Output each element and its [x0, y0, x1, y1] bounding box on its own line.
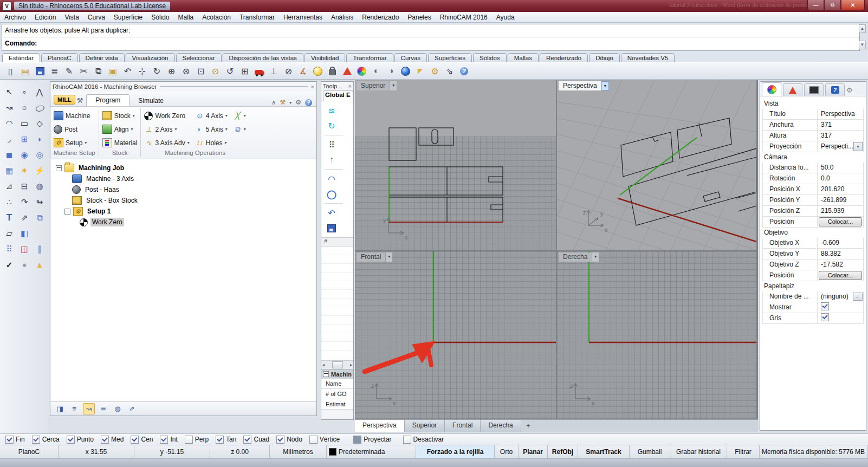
viewport-frontal[interactable]: z x Frontal▾ — [355, 251, 556, 420]
world-simulation-icon[interactable]: ◍ — [112, 404, 123, 414]
circle-tool-icon[interactable]: ◯ — [325, 187, 339, 201]
command-scrollbar[interactable]: ▲ ▼ — [859, 24, 866, 49]
layers-up-icon[interactable]: ↑ — [325, 153, 339, 167]
rectangle-icon[interactable]: ▭ — [17, 115, 32, 131]
explode-icon[interactable]: ✶ — [17, 163, 32, 178]
tab-dibujo[interactable]: Dibujo — [589, 53, 620, 62]
save-icon[interactable] — [33, 64, 47, 77]
blend-curve-icon[interactable]: ↷ — [17, 194, 32, 210]
menu-paneles[interactable]: Paneles — [403, 14, 435, 21]
plane-icon[interactable]: ▱ — [2, 225, 17, 241]
menu-analisis[interactable]: Análisis — [327, 14, 358, 21]
curve-icon[interactable]: ↝ — [2, 100, 17, 115]
circle-icon[interactable]: ○ — [17, 100, 32, 115]
tab-simulate[interactable]: Simulate — [129, 95, 172, 106]
array-icon[interactable]: ⠿ — [2, 241, 17, 257]
altura-value[interactable]: 317 — [818, 131, 863, 141]
zoom-window-icon[interactable]: ⊡ — [193, 64, 208, 77]
zoom-dynamic-icon[interactable]: ⊛ — [179, 64, 193, 77]
anchura-value[interactable]: 371 — [818, 120, 863, 130]
axis-display-icon[interactable]: ⇗ — [126, 404, 137, 414]
osnap-cerca[interactable]: Cerca — [32, 436, 60, 444]
display-tab[interactable] — [783, 83, 802, 96]
vptab-derecha[interactable]: Derecha — [481, 420, 521, 432]
zoom-selected-icon[interactable]: ⊙ — [208, 64, 223, 77]
select-icon[interactable]: ↖ — [2, 84, 17, 100]
properties-tab[interactable] — [762, 82, 781, 96]
align-button[interactable]: Align▾ — [102, 125, 138, 134]
tab-solidos[interactable]: Sólidos — [473, 53, 507, 62]
flag-icon[interactable]: ◤ — [413, 64, 427, 77]
collapse-box-icon[interactable] — [323, 371, 329, 377]
viewport-menu-icon[interactable]: ▾ — [390, 81, 397, 90]
polyline-icon[interactable]: ⋀ — [32, 84, 47, 100]
viewport-frontal-label[interactable]: Frontal▾ — [357, 252, 392, 262]
copy-operations-button[interactable]: ⧉▾ — [233, 125, 246, 133]
save-toolpath-icon[interactable] — [325, 221, 339, 235]
vptab-superior[interactable]: Superior — [405, 420, 445, 432]
help-icon[interactable]: ? — [305, 99, 312, 106]
viewport-menu-icon[interactable]: ▾ — [385, 252, 392, 262]
car-icon[interactable] — [252, 64, 267, 77]
tree-work-zero[interactable]: Work Zero — [56, 217, 316, 228]
tab-visualizacion[interactable]: Visualización — [126, 53, 175, 62]
tab-transformar[interactable]: Transformar — [346, 53, 393, 62]
menu-edicion[interactable]: Edición — [30, 14, 60, 21]
material-texture-icon[interactable]: ≡ — [69, 404, 80, 414]
layer-button[interactable]: Predeterminada — [327, 445, 416, 458]
objetivo-z-value[interactable]: -17.582 — [818, 260, 863, 270]
osnap-cen[interactable]: Cen — [131, 436, 153, 444]
properties-icon[interactable]: ✎ — [62, 64, 76, 77]
cut-icon[interactable]: ✂ — [76, 64, 91, 77]
solid-icon[interactable]: ◧ — [17, 225, 32, 241]
nombre-value[interactable]: (ninguno)... — [818, 291, 863, 302]
menu-vista[interactable]: Vista — [60, 14, 83, 21]
copy-objects-icon[interactable]: ⧉ — [32, 210, 47, 225]
osnap-cuad[interactable]: Cuad — [243, 436, 269, 444]
tab-planosc[interactable]: PlanosC — [41, 53, 77, 62]
tab-seleccionar[interactable]: Seleccionar — [176, 53, 222, 62]
surface-icon[interactable]: ◗ — [32, 131, 47, 147]
display-mode-icon[interactable] — [340, 64, 354, 77]
menu-superficie[interactable]: Superficie — [109, 14, 147, 21]
collapse-box-icon[interactable] — [56, 165, 62, 171]
move-icon[interactable]: ⇗ — [17, 210, 32, 225]
offset-icon[interactable]: ∥ — [32, 241, 47, 257]
help-icon[interactable]: ? — [457, 64, 471, 77]
menu-solido[interactable]: Sólido — [147, 14, 173, 21]
move-cplane-icon[interactable]: ⇘ — [442, 64, 457, 77]
viewport-perspectiva-label[interactable]: Perspectiva▾ — [559, 81, 609, 90]
setup-button[interactable]: ⚙Setup▾ — [54, 138, 95, 147]
mostrar-checkbox[interactable] — [821, 302, 829, 310]
viewport-menu-icon[interactable]: ▾ — [601, 81, 609, 90]
box-icon[interactable]: ◼ — [2, 147, 17, 163]
5-axis-button[interactable]: ◗5 Axis▾ — [195, 125, 228, 133]
viewport-menu-icon[interactable]: ▾ — [592, 252, 599, 262]
copy-icon[interactable]: ⧉ — [91, 64, 106, 77]
paste-icon[interactable]: ▣ — [106, 64, 120, 77]
distancia-value[interactable]: 50.0 — [818, 163, 863, 173]
ortho-toggle[interactable]: Orto — [495, 445, 519, 458]
extrude-icon[interactable]: ⇑ — [32, 225, 47, 241]
toolpath-rotate-icon[interactable]: ↻ — [325, 119, 339, 133]
tab-superficies[interactable]: Superficies — [428, 53, 472, 62]
units-button[interactable]: Milímetros — [270, 445, 327, 458]
tab-novedades[interactable]: Novedades V5 — [621, 53, 675, 62]
undo-view-icon[interactable]: ↺ — [223, 64, 237, 77]
toolpath-list-icon[interactable]: ≣ — [98, 404, 109, 414]
toolpath-move-icon[interactable]: ≋ — [325, 103, 339, 118]
points-icon[interactable]: ∴ — [2, 194, 17, 210]
sphere-icon[interactable]: ◉ — [17, 147, 32, 163]
tab-mallas[interactable]: Mallas — [508, 53, 539, 62]
collapse-icon[interactable]: ∧ — [271, 99, 276, 106]
tab-estandar[interactable]: Estándar — [2, 53, 40, 62]
cplane-button[interactable]: PlanoC — [0, 445, 59, 458]
viewport-superior[interactable]: y x Superior▾ — [355, 80, 556, 250]
menu-curva[interactable]: Curva — [83, 14, 109, 21]
tab-visibilidad[interactable]: Visibilidad — [305, 53, 346, 62]
work-zero-button[interactable]: Work Zero — [144, 112, 189, 120]
tab-definir-vista[interactable]: Definir vista — [79, 53, 125, 62]
tree-machining-job[interactable]: Machining Job — [56, 163, 316, 173]
close-panel-icon[interactable]: × — [311, 83, 314, 90]
restore-button[interactable]: ⧉ — [824, 0, 841, 10]
